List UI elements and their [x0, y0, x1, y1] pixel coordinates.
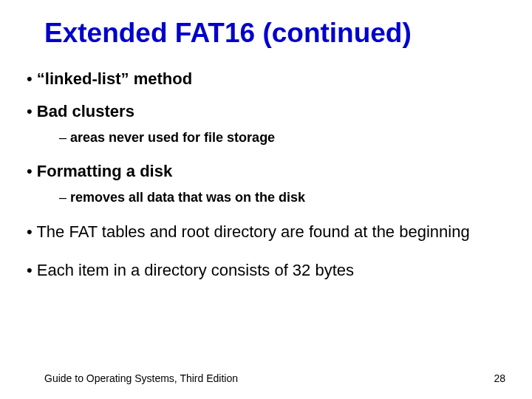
footer-page-number: 28: [494, 372, 505, 384]
bullet-formatting: Formatting a disk: [27, 162, 505, 181]
bullet-bad-clusters: Bad clusters: [27, 102, 505, 121]
bullet-fat-tables: The FAT tables and root directory are fo…: [27, 222, 505, 242]
bullet-directory-item: Each item in a directory consists of 32 …: [27, 260, 505, 281]
subbullet-formatting-desc: removes all data that was on the disk: [59, 190, 505, 205]
bullet-linked-list: “linked-list” method: [27, 69, 505, 89]
footer: Guide to Operating Systems, Third Editio…: [27, 372, 505, 384]
slide-title: Extended FAT16 (continued): [44, 18, 505, 49]
slide: Extended FAT16 (continued) “linked-list”…: [0, 0, 532, 399]
subbullet-bad-clusters-desc: areas never used for file storage: [59, 130, 505, 146]
footer-source: Guide to Operating Systems, Third Editio…: [27, 372, 238, 384]
